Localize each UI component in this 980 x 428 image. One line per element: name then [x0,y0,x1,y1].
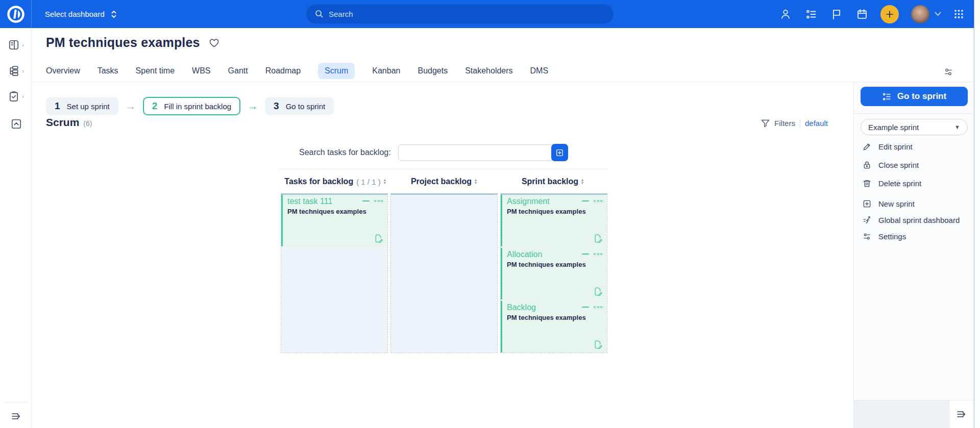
go-to-sprint-button[interactable]: Go to sprint [861,87,968,106]
sort-carets-icon[interactable]: ▴▾ [581,179,583,185]
person-icon [780,9,791,20]
calendar-button[interactable] [856,8,868,20]
edit-task-icon[interactable] [593,287,603,296]
step-go-to-sprint[interactable]: 3 Go to sprint [265,97,334,115]
column-header-tasks-for-backlog[interactable]: Tasks for backlog ( 1 / 1 ) ▴▾ [281,177,389,186]
tab-wbs[interactable]: WBS [192,66,210,75]
chevron-down-icon [935,12,941,16]
tab-dms[interactable]: DMS [530,66,549,75]
column-header-project-backlog[interactable]: Project backlog ▴▾ [389,177,498,186]
select-dashboard-button[interactable]: Select dashboard [45,0,117,28]
task-project: PM techniques examples [507,314,602,321]
add-task-button[interactable] [551,144,568,161]
menu-item-label: Edit sprint [878,142,913,151]
view-settings-button[interactable] [943,67,953,77]
new-sprint-button[interactable]: New sprint [862,195,967,212]
scrum-board: test task 111 PM techniques examples As [281,193,607,353]
edit-task-icon[interactable] [593,234,603,243]
card-actions [582,306,602,308]
runner-icon [862,216,871,224]
tab-overview[interactable]: Overview [46,66,80,75]
sidebar-item-dashboard[interactable]: › [0,38,32,52]
priority-dash-icon[interactable] [582,307,589,308]
search-icon [315,10,324,18]
favorite-button[interactable] [209,38,219,48]
global-sprint-dashboard-button[interactable]: Global sprint dashboard [862,212,967,228]
app-logo[interactable] [0,0,32,28]
filters-bar: Filters default [761,119,828,128]
priority-dash-icon[interactable] [582,200,589,202]
tab-scrum[interactable]: Scrum [318,63,355,79]
sort-carets-icon[interactable]: ▴▾ [475,179,477,185]
people-button[interactable] [779,8,792,20]
sidebar-item-collapse-section[interactable] [0,117,32,131]
profile-menu-button[interactable] [935,12,941,16]
filters-button[interactable]: Filters [774,119,795,128]
backlog-search-label: Search tasks for backlog: [299,148,391,157]
sliders-icon [943,67,953,77]
plus-square-icon [862,199,871,208]
expand-right-panel-button[interactable] [949,400,974,428]
menu-item-label: Global sprint dashboard [878,216,960,224]
edit-task-icon[interactable] [374,234,383,243]
edit-sprint-button[interactable]: Edit sprint [862,137,967,156]
tab-kanban[interactable]: Kanban [372,66,400,75]
page-scrollbar[interactable] [974,0,980,428]
tab-budgets[interactable]: Budgets [418,66,448,75]
checklist-icon [805,9,817,20]
task-card-backlog[interactable]: Backlog PM techniques examples [501,301,607,353]
more-actions-icon[interactable] [374,200,383,202]
apps-grid-button[interactable] [952,8,965,20]
user-avatar[interactable] [911,5,929,23]
step-fill-in-sprint-backlog[interactable]: 2 Fill in sprint backlog [143,97,240,115]
sidebar-item-tasks[interactable]: › [0,89,32,104]
column-header-sprint-backlog[interactable]: Sprint backlog ▴▾ [498,177,607,186]
filters-divider [800,119,800,127]
search-input[interactable]: Search [306,5,614,23]
more-actions-icon[interactable] [594,200,602,202]
page-header: PM techniques examples Overview Tasks Sp… [33,28,974,82]
task-project: PM techniques examples [287,208,383,215]
delete-sprint-button[interactable]: Delete sprint [862,174,967,192]
step-number: 1 [55,100,60,112]
sidebar-item-structure[interactable]: › [0,64,32,78]
settings-button[interactable]: Settings [862,228,967,244]
more-actions-icon[interactable] [594,306,602,308]
filter-funnel-icon [761,119,770,128]
sprint-select[interactable]: Example sprint ▼ [861,119,968,135]
task-card-assignment[interactable]: Assignment PM techniques examples [501,195,607,246]
close-sprint-button[interactable]: Close sprint [862,156,967,174]
expand-left-sidebar-button[interactable] [0,412,32,421]
backlog-search-input[interactable] [398,144,554,161]
filter-default-link[interactable]: default [805,119,828,128]
priority-dash-icon[interactable] [362,200,370,202]
plus-square-icon [555,148,564,157]
sprint-menu: Edit sprint Close sprint Delete sprint [862,137,967,244]
menu-item-label: Close sprint [878,161,919,169]
menu-item-label: New sprint [878,199,915,208]
tab-roadmap[interactable]: Roadmap [265,66,301,75]
step-label: Go to sprint [286,102,326,111]
edit-task-icon[interactable] [593,340,603,349]
step-set-up-sprint[interactable]: 1 Set up sprint [46,97,118,115]
tasks-button[interactable] [805,8,817,20]
task-card-test-task-111[interactable]: test task 111 PM techniques examples [281,195,387,246]
left-sidebar: › › › [0,28,32,428]
tab-spent-time[interactable]: Spent time [136,66,175,75]
flag-icon [831,9,842,20]
column-title: Project backlog [411,177,472,186]
add-button[interactable] [880,5,899,23]
tab-gantt[interactable]: Gantt [228,66,248,75]
menu-item-label: Delete sprint [878,179,921,188]
tab-tasks[interactable]: Tasks [97,66,118,75]
tab-stakeholders[interactable]: Stakeholders [465,66,512,75]
flags-button[interactable] [830,8,843,20]
more-actions-icon[interactable] [594,253,602,255]
scrum-title: Scrum [46,116,79,129]
card-actions [582,253,602,255]
priority-dash-icon[interactable] [582,254,589,255]
task-card-allocation[interactable]: Allocation PM techniques examples [501,248,607,299]
sort-carets-icon[interactable]: ▴▾ [384,179,386,185]
project-tabs: Overview Tasks Spent time WBS Gantt Road… [33,60,974,82]
page-title: PM techniques examples [46,35,200,50]
